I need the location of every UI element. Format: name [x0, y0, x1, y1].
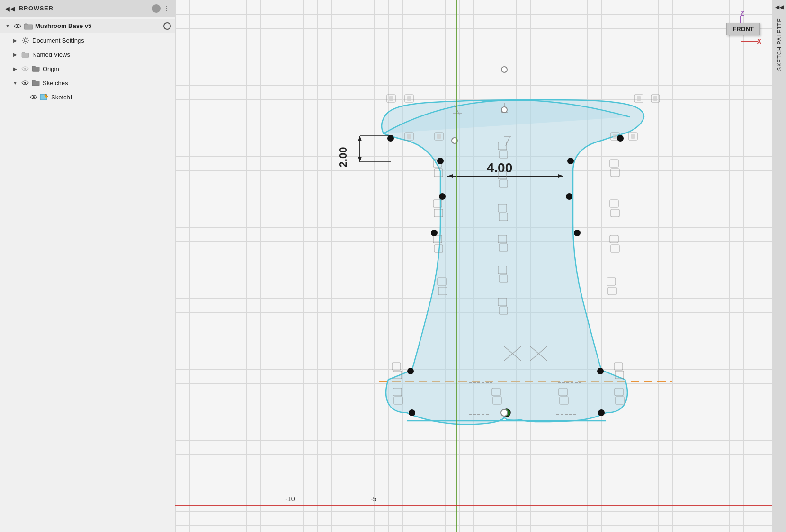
tree-container: Mushroom Base v5 Document Settings: [0, 17, 175, 532]
svg-point-6: [24, 82, 26, 84]
tree-item-named-views[interactable]: Named Views: [0, 47, 175, 62]
tree-item-sketch1[interactable]: Sketch1: [0, 90, 175, 104]
svg-rect-5: [32, 67, 39, 72]
canvas-area[interactable]: 4.00 2.00: [175, 0, 786, 532]
app-container: ◀◀ BROWSER — ⋮: [0, 0, 786, 532]
svg-point-4: [24, 68, 26, 70]
svg-rect-21: [389, 96, 393, 101]
svg-point-100: [597, 368, 604, 374]
browser-panel: ◀◀ BROWSER — ⋮: [0, 0, 175, 532]
named-views-label: Named Views: [32, 51, 171, 58]
browser-minimize-button[interactable]: —: [152, 4, 161, 13]
view-cube[interactable]: Z X FRONT: [715, 9, 762, 57]
svg-rect-51: [608, 287, 616, 295]
x-axis-line: [741, 41, 758, 42]
svg-point-95: [439, 193, 446, 200]
svg-rect-45: [611, 169, 619, 177]
root-folder-icon: [24, 22, 33, 30]
svg-rect-33: [613, 134, 617, 139]
sketch1-eye-icon[interactable]: [29, 94, 38, 100]
svg-rect-3: [22, 53, 29, 58]
front-view-box[interactable]: FRONT: [726, 23, 760, 35]
root-label: Mushroom Base v5: [35, 22, 161, 29]
scale-label-neg5: -5: [371, 495, 376, 503]
svg-rect-47: [611, 209, 619, 217]
view-cube-inner: Z X FRONT: [715, 9, 762, 52]
svg-point-93: [617, 135, 624, 142]
svg-point-97: [566, 193, 572, 200]
named-views-folder-icon: [21, 51, 30, 58]
svg-rect-49: [611, 245, 619, 252]
svg-point-94: [567, 158, 574, 164]
origin-folder-icon: [31, 65, 41, 72]
browser-title: BROWSER: [19, 5, 148, 12]
sketches-eye-icon[interactable]: [21, 80, 29, 86]
svg-rect-29: [437, 134, 441, 139]
svg-rect-27: [653, 96, 657, 101]
svg-point-103: [598, 409, 605, 416]
svg-rect-1: [24, 25, 33, 29]
root-circle-icon: [163, 22, 171, 30]
horizontal-axis-line: [175, 505, 786, 506]
origin-arrow[interactable]: [11, 65, 19, 72]
sketch1-label: Sketch1: [51, 94, 171, 101]
svg-point-2: [24, 39, 27, 42]
svg-point-96: [431, 230, 438, 236]
browser-collapse-arrow[interactable]: ◀◀: [5, 5, 15, 12]
svg-rect-31: [407, 134, 411, 139]
svg-rect-7: [32, 81, 39, 86]
svg-point-105: [501, 107, 507, 113]
svg-rect-48: [610, 235, 618, 243]
scale-label-neg10: -10: [285, 495, 295, 503]
origin-eye-icon: [21, 65, 29, 72]
root-eye-icon[interactable]: [13, 23, 22, 29]
svg-rect-25: [637, 96, 641, 101]
doc-settings-arrow[interactable]: [11, 36, 19, 44]
svg-rect-46: [610, 200, 618, 207]
dim-200-label: 2.00: [337, 147, 349, 168]
sketch-svg: 4.00 2.00: [175, 0, 786, 532]
svg-rect-64: [392, 363, 401, 370]
root-arrow[interactable]: [4, 22, 11, 30]
svg-point-92: [437, 158, 444, 164]
svg-point-8: [33, 96, 35, 98]
sketch-palette-label: SKETCH PALETTE: [777, 18, 782, 71]
svg-point-99: [407, 368, 414, 374]
svg-marker-16: [358, 136, 362, 141]
doc-settings-label: Document Settings: [32, 37, 171, 44]
sketches-label: Sketches: [43, 80, 171, 87]
vertical-axis-line: [456, 0, 457, 532]
browser-more-button[interactable]: ⋮: [163, 5, 170, 12]
svg-rect-23: [407, 96, 411, 101]
sketches-folder-icon: [31, 79, 41, 87]
named-views-arrow[interactable]: [11, 51, 19, 58]
dim-400-label: 4.00: [487, 160, 513, 175]
sketches-arrow[interactable]: [11, 79, 19, 87]
x-axis-label: X: [757, 37, 761, 45]
svg-point-101: [409, 409, 415, 416]
browser-header: ◀◀ BROWSER — ⋮: [0, 0, 175, 17]
tree-item-sketches[interactable]: Sketches: [0, 76, 175, 90]
svg-rect-35: [631, 134, 635, 139]
svg-rect-66: [614, 363, 623, 370]
tree-item-doc-settings[interactable]: Document Settings: [0, 33, 175, 47]
svg-point-0: [17, 25, 18, 27]
sketch1-sketch-icon: [40, 93, 49, 101]
svg-marker-17: [358, 157, 362, 162]
browser-header-icons: — ⋮: [152, 4, 170, 13]
svg-point-104: [501, 67, 507, 72]
tree-item-root[interactable]: Mushroom Base v5: [0, 19, 175, 33]
svg-rect-44: [610, 160, 618, 167]
gear-icon: [21, 36, 30, 44]
svg-point-91: [387, 135, 394, 142]
svg-point-98: [574, 230, 581, 236]
tree-item-origin[interactable]: Origin: [0, 62, 175, 76]
svg-rect-50: [607, 278, 616, 285]
svg-point-107: [501, 409, 508, 416]
z-axis-label: Z: [740, 9, 744, 17]
sketch-palette-arrow[interactable]: ◀◀: [775, 4, 784, 10]
sketch-palette[interactable]: ◀◀ SKETCH PALETTE: [772, 0, 786, 532]
origin-label: Origin: [43, 65, 171, 72]
